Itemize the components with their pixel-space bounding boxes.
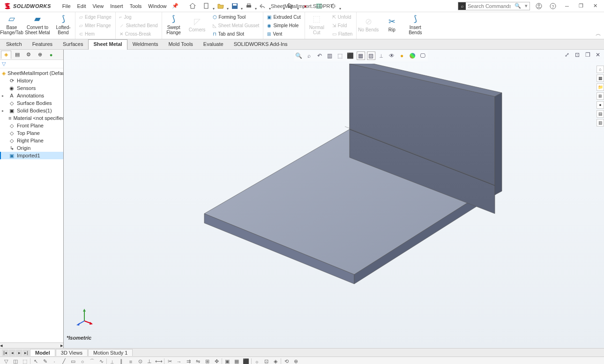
fold-button[interactable]: ⇲Fold [330,22,355,30]
viewport-maximize-icon[interactable]: ❐ [583,51,592,59]
taskpane-home-icon[interactable]: ⌂ [597,66,604,73]
selection-tool[interactable]: ↖ [31,358,40,364]
orthographic-icon[interactable]: ⟂ [377,52,386,60]
tab-surfaces[interactable]: Surfaces [58,39,88,49]
tree-solid-bodies[interactable]: ▸▣Solid Bodies(1) [0,107,63,114]
zoom-area-icon[interactable]: ⌕ [305,52,313,60]
restore-button[interactable]: ❐ [576,1,586,11]
miter-flange-button[interactable]: ▱Miter Flange [77,22,113,30]
vent-button[interactable]: ⊞Vent [265,30,302,38]
tab-scroll-prev[interactable]: ◂ [9,349,15,356]
view-screen-icon[interactable]: 🖵 [418,52,427,60]
relation-tool-1[interactable]: ⟂ [108,358,116,364]
close-button[interactable]: ✕ [590,1,600,11]
menu-view[interactable]: View [89,2,106,10]
collapse-ribbon-icon[interactable]: ︿ [596,30,601,38]
menu-tools[interactable]: Tools [127,2,145,10]
taskpane-appearances-icon[interactable]: ▤ [597,110,604,118]
taskpane-view-palette-icon[interactable]: ● [597,101,604,109]
viewport-minimize-icon[interactable]: ⊡ [573,51,582,59]
misc-tool-4[interactable]: ⟲ [282,358,291,364]
tab-mold-tools[interactable]: Mold Tools [163,39,198,49]
feature-tree-tab[interactable]: ◈ [1,51,11,59]
extend-tool[interactable]: → [175,358,183,364]
relation-tool-5[interactable]: ⊥ [145,358,154,364]
swept-flange-button[interactable]: ⟆Swept Flange [162,12,186,37]
bottom-tab-3dviews[interactable]: 3D Views [56,349,88,356]
tree-annotations[interactable]: ▸AAnnotations [0,92,63,99]
circle-tool[interactable]: ○ [78,358,87,364]
view-orientation-icon[interactable]: ⬛ [346,52,355,60]
search-commands[interactable]: ⌕ 🔍 ▾ [458,2,530,10]
unfold-button[interactable]: ⇱Unfold [330,13,355,21]
trim-tool[interactable]: ✂ [165,358,174,364]
bottom-tab-motion[interactable]: Motion Study 1 [88,349,133,356]
offset-tool[interactable]: ⇉ [184,358,193,364]
panel-scroll[interactable]: ◂▸ [0,342,63,348]
tab-slot-button[interactable]: ⊓Tab and Slot [211,30,261,38]
tree-front-plane[interactable]: ◇Front Plane [0,122,63,129]
zoom-fit-icon[interactable]: 🔍 [295,52,303,60]
menu-window[interactable]: Window [145,2,169,10]
block-tool-2[interactable]: ▦ [232,358,241,364]
tree-origin[interactable]: ↳Origin [0,144,63,152]
hem-button[interactable]: ⊂Hem [77,30,113,38]
sketch-tool-2[interactable]: ◫ [11,358,20,364]
filter-bar[interactable]: ▽ [0,60,63,68]
section-view-icon[interactable]: ▥ [326,52,334,60]
misc-tool-3[interactable]: ◈ [271,358,280,364]
misc-tool-2[interactable]: ⊡ [262,358,270,364]
dynamic-annotation-icon[interactable]: ⬚ [336,52,344,60]
tree-top-plane[interactable]: ◇Top Plane [0,129,63,137]
base-flange-button[interactable]: ▱Base Flange/Tab [0,12,23,37]
forming-tool-button[interactable]: ⬡Forming Tool [211,13,261,21]
sketch-tool-5[interactable]: ✎ [41,358,49,364]
view-settings-icon[interactable]: 👁 [388,52,396,60]
jog-button[interactable]: ⌐Jog [118,13,160,21]
new-button[interactable]: ▼ [201,1,212,11]
simple-hole-button[interactable]: ◉Simple Hole [265,22,302,30]
viewport-close-icon[interactable]: ✕ [594,51,602,59]
taskpane-resources-icon[interactable]: ▦ [597,74,604,82]
corners-button[interactable]: ◸Corners [186,12,209,37]
tree-right-plane[interactable]: ◇Right Plane [0,137,63,144]
block-tool-1[interactable]: ▣ [223,358,231,364]
point-tool[interactable]: · [50,358,59,364]
tree-material[interactable]: ≡Material <not specified> [0,114,63,122]
user-button[interactable] [534,1,544,11]
mirror-tool[interactable]: ⇋ [194,358,202,364]
search-dropdown-icon[interactable]: ▾ [523,3,529,9]
taskpane-design-library-icon[interactable]: 📁 [597,83,604,91]
convert-sheetmetal-button[interactable]: ▰Convert to Sheet Metal [23,12,52,37]
search-input[interactable] [466,3,513,9]
tab-addins[interactable]: SOLIDWORKS Add-Ins [229,39,293,49]
taskpane-file-explorer-icon[interactable]: ⊞ [597,92,604,100]
insert-bends-button[interactable]: ⟆Insert Bends [403,12,427,37]
menu-insert[interactable]: Insert [107,2,126,10]
relation-tool-2[interactable]: ∥ [117,358,126,364]
flatten-button[interactable]: ▭Flatten [330,30,355,38]
tree-imported1[interactable]: ▣Imported1 [0,152,63,159]
dimension-tool[interactable]: ⟷ [155,358,163,364]
display-style-icon[interactable]: ▦ [357,52,365,60]
tree-history[interactable]: ⟳History [0,77,63,84]
open-button[interactable]: ▼ [215,1,226,11]
tab-evaluate[interactable]: Evaluate [198,39,229,49]
display-manager-tab[interactable]: ● [46,51,56,59]
tab-sketch[interactable]: Sketch [1,39,27,49]
sketch-tool-1[interactable]: ▽ [2,358,10,364]
print-button[interactable]: ▼ [243,1,254,11]
tab-scroll-next[interactable]: ▸ [16,349,22,356]
pin-icon[interactable]: 📌 [172,3,179,9]
extruded-cut-button[interactable]: ▣Extruded Cut [265,13,302,21]
sketch-tool-3[interactable]: ⬚ [21,358,29,364]
relation-tool-4[interactable]: ⊙ [136,358,144,364]
pattern-tool[interactable]: ⊞ [203,358,211,364]
save-button[interactable]: ▼ [229,1,240,11]
edit-appearance-icon[interactable]: ● [398,52,406,60]
tree-root[interactable]: ◈SheetMetalImport (Default) < [0,69,63,77]
line-tool[interactable]: ╱ [60,358,68,364]
dimxpert-tab[interactable]: ⊕ [35,51,45,59]
menu-edit[interactable]: Edit [75,2,89,10]
bottom-tab-model[interactable]: Model [30,349,55,356]
